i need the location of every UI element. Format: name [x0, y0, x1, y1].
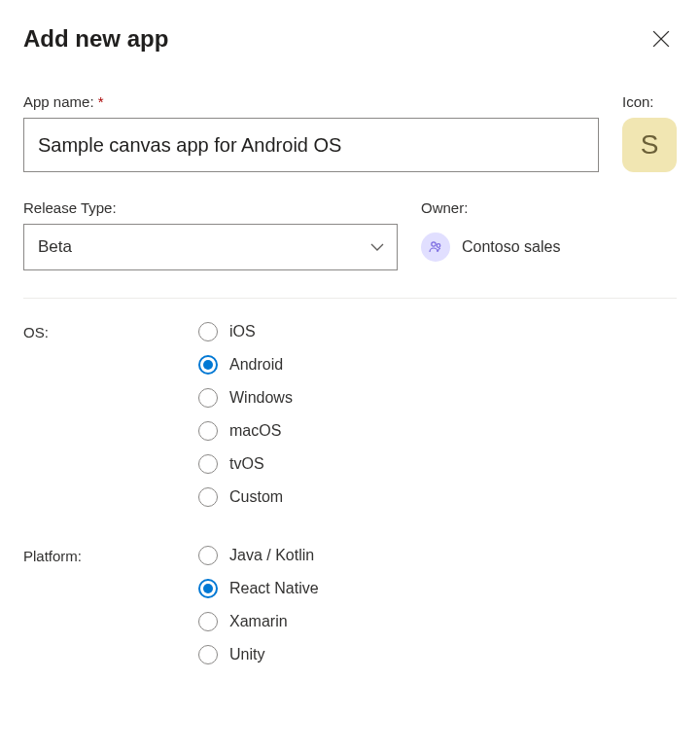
- radio-dot: [203, 360, 213, 370]
- radio-circle: [198, 322, 218, 341]
- radio-dot: [203, 584, 213, 593]
- svg-point-3: [437, 244, 440, 248]
- release-type-label: Release Type:: [23, 199, 398, 216]
- os-option-macos[interactable]: macOS: [198, 421, 293, 441]
- os-radio-group: iOSAndroidWindowsmacOStvOSCustom: [198, 322, 293, 507]
- radio-circle: [198, 355, 218, 375]
- required-indicator: *: [98, 93, 104, 110]
- platform-option-java-kotlin[interactable]: Java / Kotlin: [198, 546, 319, 565]
- radio-circle: [198, 388, 218, 408]
- app-icon-tile[interactable]: S: [622, 118, 677, 172]
- radio-circle: [198, 421, 218, 441]
- radio-label: Android: [229, 356, 283, 374]
- platform-radio-group: Java / KotlinReact NativeXamarinUnity: [198, 546, 319, 664]
- os-option-android[interactable]: Android: [198, 355, 293, 375]
- radio-label: Custom: [229, 488, 283, 506]
- release-type-value: Beta: [38, 237, 72, 257]
- os-option-custom[interactable]: Custom: [198, 487, 293, 507]
- os-option-tvos[interactable]: tvOS: [198, 454, 293, 474]
- os-section-label: OS:: [23, 322, 198, 340]
- radio-label: Unity: [229, 646, 264, 663]
- dialog-title: Add new app: [23, 25, 168, 53]
- owner-avatar: [421, 233, 450, 262]
- close-icon: [652, 30, 670, 48]
- platform-option-react-native[interactable]: React Native: [198, 579, 319, 598]
- app-name-input[interactable]: [23, 118, 599, 172]
- release-type-select[interactable]: Beta: [23, 224, 398, 270]
- radio-circle: [198, 579, 218, 598]
- platform-section-label: Platform:: [23, 546, 198, 564]
- divider: [23, 298, 677, 299]
- radio-circle: [198, 645, 218, 664]
- radio-label: iOS: [229, 323, 256, 340]
- radio-label: Java / Kotlin: [229, 547, 314, 564]
- radio-label: Xamarin: [229, 613, 288, 630]
- icon-label: Icon:: [622, 93, 677, 110]
- owner-name: Contoso sales: [462, 238, 560, 256]
- radio-label: macOS: [229, 422, 281, 440]
- radio-label: tvOS: [229, 455, 264, 473]
- people-icon: [428, 239, 443, 255]
- radio-label: Windows: [229, 389, 293, 407]
- radio-circle: [198, 546, 218, 565]
- radio-label: React Native: [229, 580, 319, 597]
- owner-label: Owner:: [421, 199, 677, 216]
- radio-circle: [198, 612, 218, 631]
- os-option-ios[interactable]: iOS: [198, 322, 293, 341]
- svg-point-2: [432, 242, 436, 246]
- radio-circle: [198, 454, 218, 474]
- radio-circle: [198, 487, 218, 507]
- platform-option-unity[interactable]: Unity: [198, 645, 319, 664]
- close-button[interactable]: [646, 23, 677, 54]
- owner-picker[interactable]: Contoso sales: [421, 224, 677, 270]
- app-icon-letter: S: [641, 129, 659, 161]
- os-option-windows[interactable]: Windows: [198, 388, 293, 408]
- platform-option-xamarin[interactable]: Xamarin: [198, 612, 319, 631]
- app-name-label: App name: *: [23, 93, 599, 110]
